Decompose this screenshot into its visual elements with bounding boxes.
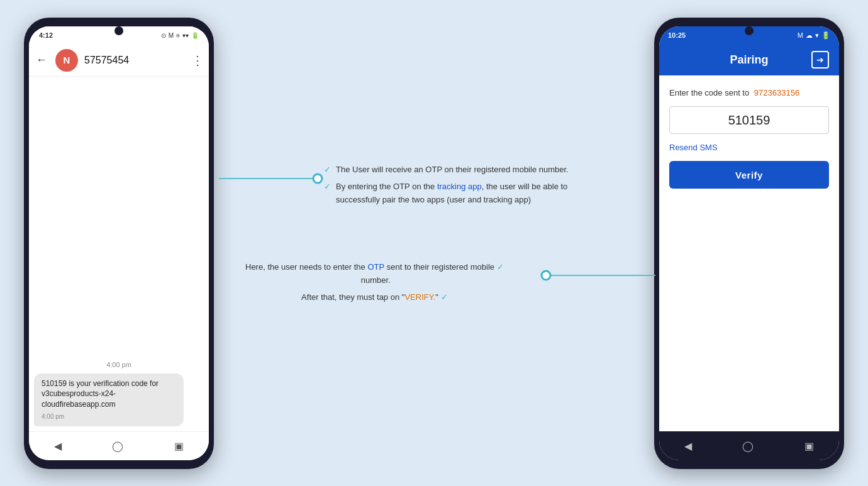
message-time: 4:00 pm	[42, 412, 176, 421]
otp-input-field[interactable]: 510159	[669, 106, 829, 134]
annotation-bottom-line-1: Here, the user needs to enter the OTP se…	[245, 261, 506, 287]
annotation-line-2: ✓ By entering the OTP on the tracking ap…	[324, 180, 607, 207]
chat-area: 4:00 pm 510159 is your verification code…	[29, 77, 209, 431]
nav-recents-button[interactable]: ▣	[174, 440, 184, 452]
left-phone: 4:12 ⊙ M ≡ ▾▾ 🔋 ← N 57575454 ⋮ 4:00 pm 5…	[24, 18, 214, 469]
otp-value: 510159	[728, 113, 771, 128]
message-text: 510159 is your verification code for v3c…	[42, 379, 159, 409]
left-app-bar: ← N 57575454 ⋮	[29, 44, 209, 77]
right-phone-screen: 10:25 M ☁ ▾ 🔋 Pairing ➔ Enter the code s…	[659, 26, 839, 460]
pairing-content: Enter the code sent to 9723633156 510159…	[659, 75, 839, 431]
check-icon-1: ✓	[324, 163, 331, 177]
check-icon-3: ✓	[497, 262, 504, 272]
pairing-title: Pairing	[730, 53, 768, 67]
nav-back-button[interactable]: ◀	[54, 440, 62, 452]
exit-button[interactable]: ➔	[811, 51, 829, 69]
front-camera-right	[745, 26, 754, 35]
contact-name: 57575454	[84, 55, 187, 66]
verify-button[interactable]: Verify	[669, 161, 829, 189]
nav-back-button-right[interactable]: ◀	[684, 440, 692, 452]
right-time: 10:25	[668, 31, 686, 39]
left-phone-screen: 4:12 ⊙ M ≡ ▾▾ 🔋 ← N 57575454 ⋮ 4:00 pm 5…	[29, 26, 209, 460]
more-options-button[interactable]: ⋮	[191, 53, 204, 68]
contact-avatar: N	[55, 49, 78, 72]
otp-instruction-label: Enter the code sent to 9723633156	[669, 88, 829, 97]
left-status-icons: ⊙ M ≡ ▾▾ 🔋	[161, 32, 199, 39]
left-time: 4:12	[39, 31, 53, 39]
right-nav-bar: ◀ ◯ ▣	[659, 431, 839, 460]
left-nav-bar: ◀ ◯ ▣	[29, 431, 209, 460]
svg-point-1	[313, 174, 322, 183]
annotation-text-1: The User will receive an OTP on their re…	[336, 163, 569, 177]
sms-message-bubble: 510159 is your verification code for v3c…	[34, 373, 184, 426]
nav-recents-button-right[interactable]: ▣	[804, 440, 814, 452]
front-camera-left	[114, 26, 123, 35]
check-icon-4: ✓	[441, 292, 448, 302]
nav-home-button-right[interactable]: ◯	[742, 440, 754, 452]
right-status-icons: M ☁ ▾ 🔋	[798, 31, 830, 40]
annotation-line-1: ✓ The User will receive an OTP on their …	[324, 163, 607, 177]
nav-home-button[interactable]: ◯	[112, 440, 123, 452]
right-phone: 10:25 M ☁ ▾ 🔋 Pairing ➔ Enter the code s…	[654, 18, 844, 469]
top-annotation-block: ✓ The User will receive an OTP on their …	[324, 163, 607, 206]
back-button[interactable]: ←	[31, 50, 52, 70]
registered-phone-number: 9723633156	[754, 88, 799, 97]
annotation-text-2: By entering the OTP on the tracking app,…	[336, 180, 607, 207]
bottom-annotation-block: Here, the user needs to enter the OTP se…	[245, 261, 506, 304]
svg-point-3	[542, 271, 550, 280]
check-icon-2: ✓	[324, 180, 331, 194]
annotation-bottom-line-2: After that, they must tap on "VERIFY." ✓	[245, 291, 506, 304]
resend-sms-link[interactable]: Resend SMS	[669, 143, 829, 152]
message-timestamp: 4:00 pm	[34, 361, 204, 368]
right-app-bar: Pairing ➔	[659, 44, 839, 75]
